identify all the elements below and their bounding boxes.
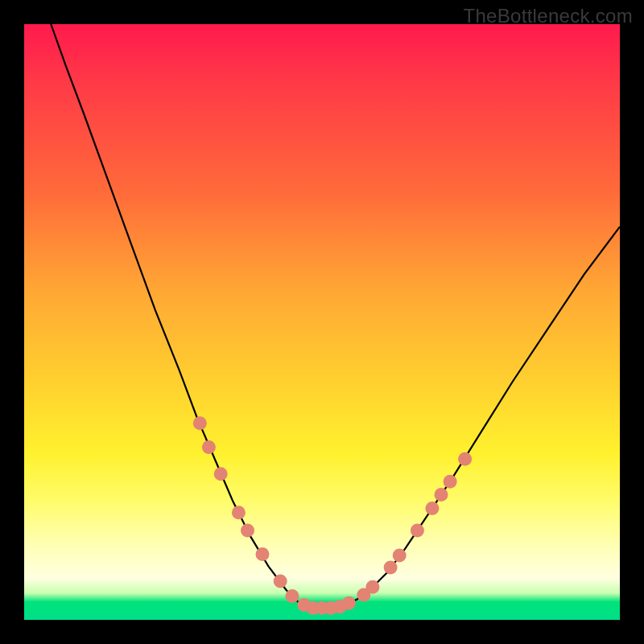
data-dot (444, 475, 457, 489)
data-dot (458, 452, 472, 466)
data-dot (435, 488, 448, 502)
data-dot (411, 524, 424, 538)
data-dot (241, 524, 254, 538)
data-dot (232, 506, 246, 519)
data-dot (365, 580, 379, 594)
chart-frame: TheBottleneck.com (0, 0, 644, 644)
data-dot (256, 547, 270, 561)
data-dot (425, 502, 439, 515)
watermark-text: TheBottleneck.com (463, 5, 633, 27)
data-dot (393, 549, 407, 563)
data-dot (214, 467, 228, 481)
bottleneck-curve (51, 24, 620, 608)
data-dot (193, 416, 207, 430)
data-dot (286, 589, 299, 603)
data-dot (384, 560, 398, 574)
curve-layer (24, 24, 620, 620)
data-dot (342, 597, 356, 610)
data-dot (274, 574, 287, 588)
data-dots (193, 416, 472, 614)
data-dot (202, 440, 216, 454)
